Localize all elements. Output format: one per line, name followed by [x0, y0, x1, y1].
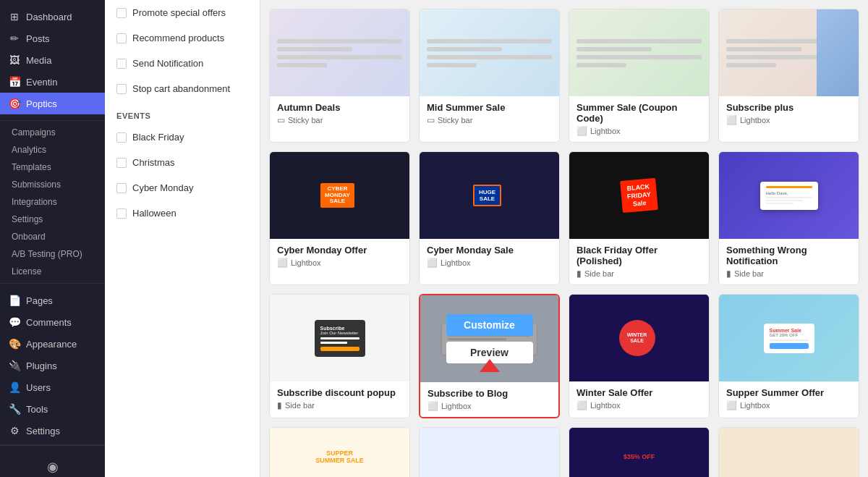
sidebar-icon: ▮ [576, 269, 582, 279]
sidebar-sub-campaigns[interactable]: Campaigns [0, 124, 105, 141]
collapse-menu-button[interactable]: ◉ Collapse menu [0, 452, 105, 477]
sidebar-item-dashboard[interactable]: ⊞ Dashboard [0, 6, 105, 28]
left-panel-label-christmas: Christmas [132, 157, 175, 168]
card-type-supper-summer: ⬜ Lightbox [726, 400, 851, 410]
card-thumb-row4-4 [719, 428, 859, 477]
checkbox-cart[interactable] [116, 84, 127, 94]
sidebar-item-posts[interactable]: ✏ Posts [0, 28, 105, 49]
sticky-bar-icon2: ▭ [427, 115, 435, 125]
card-type-winter-sale: ⬜ Lightbox [576, 400, 702, 410]
checkbox-recommend[interactable] [116, 33, 127, 43]
lightbox-icon6: ⬜ [576, 400, 587, 410]
sidebar-sub-analytics[interactable]: Analytics [0, 141, 105, 159]
sidebar-sub-settings[interactable]: Settings [0, 211, 105, 228]
template-card-winter-sale[interactable]: WINTER SALE Winter Sale Offer ⬜ Lightbox [569, 294, 710, 418]
eventin-icon: 📅 [9, 76, 20, 88]
sidebar-sub-submissions[interactable]: Submissions [0, 176, 105, 193]
plugins-icon: 🔌 [9, 360, 20, 371]
card-type-midsummer: ▭ Sticky bar [427, 115, 552, 125]
card-type-cyber-offer: ⬜ Lightbox [277, 258, 402, 268]
checkbox-christmas[interactable] [116, 158, 127, 168]
template-card-blackfriday[interactable]: BLACKFRIDAYSale Black Friday Offer (Poli… [569, 151, 710, 285]
template-card-row4-2[interactable] [419, 427, 560, 477]
sidebar-icon3: ▮ [277, 400, 282, 410]
card-thumb-row4-3: $35% OFF [569, 428, 709, 477]
card-thumb-summer-coupon [569, 9, 709, 96]
sidebar-label-plugins: Plugins [26, 360, 57, 371]
sidebar-bottom: ◉ Collapse menu [0, 445, 105, 477]
card-type-label-blackfriday: Side bar [584, 269, 614, 278]
poptics-icon: 🎯 [9, 98, 20, 109]
left-panel-label-blackfriday: Black Friday [132, 132, 184, 143]
sidebar-label-dashboard: Dashboard [26, 12, 72, 22]
card-thumb-supper-summer: Summer Sale GET 20% OFF [719, 295, 859, 381]
left-panel-item-blackfriday[interactable]: Black Friday [105, 124, 260, 150]
sidebar-label-settings: Settings [26, 426, 60, 436]
sidebar-item-plugins[interactable]: 🔌 Plugins [0, 355, 105, 376]
customize-button[interactable]: Customize [446, 314, 533, 336]
card-info-something-wrong: Something Wrong Notification ▮ Side bar [719, 239, 859, 284]
left-panel-item-recommend[interactable]: Recommend products [105, 25, 260, 51]
card-thumb-row4-1: SUPPERSUMMER SALE [270, 428, 409, 477]
checkbox-blackfriday[interactable] [116, 132, 127, 143]
sidebar-item-tools[interactable]: 🔧 Tools [0, 398, 105, 420]
template-card-something-wrong[interactable]: Hello Dave, Something Wrong Notification… [718, 151, 859, 285]
card-type-summer-coupon: ⬜ Lightbox [576, 126, 702, 136]
sidebar-top: ⊞ Dashboard ✏ Posts 🖼 Media 📅 Eventin 🎯 … [0, 0, 105, 121]
sd-popup: Subscribe Join Our Newsletter [315, 320, 365, 357]
card-type-label-supper-summer: Lightbox [740, 401, 770, 410]
template-card-row4-3[interactable]: $35% OFF [569, 427, 710, 477]
cyber-badge-1: CYBERMONDAYSALE [320, 183, 354, 208]
sidebar-item-media[interactable]: 🖼 Media [0, 49, 105, 71]
template-card-subscribe-discount[interactable]: Subscribe Join Our Newsletter Subscribe … [269, 294, 410, 418]
template-card-supper-summer[interactable]: Summer Sale GET 20% OFF Supper Summer Of… [718, 294, 859, 418]
sidebar-sub-templates[interactable]: Templates [0, 159, 105, 176]
template-card-subscribe-plus[interactable]: Subscribe plus ⬜ Lightbox [718, 9, 859, 143]
template-card-subscribe-blog[interactable]: Customize Preview Subscribe to Blog ⬜ Li… [419, 294, 560, 418]
sidebar-item-users[interactable]: 👤 Users [0, 376, 105, 398]
sidebar-label-tools: Tools [26, 404, 48, 415]
checkbox-cybermonday[interactable] [116, 183, 127, 193]
sidebar-sub-integrations[interactable]: Integrations [0, 193, 105, 211]
template-card-cyber-offer[interactable]: CYBERMONDAYSALE Cyber Monday Offer ⬜ Lig [269, 151, 410, 285]
template-card-summer-coupon[interactable]: Summer Sale (Coupon Code) ⬜ Lightbox [569, 9, 710, 143]
sidebar-sub-license[interactable]: License [0, 263, 105, 280]
left-panel-item-cart[interactable]: Stop cart abandonment [105, 76, 260, 101]
checkbox-notification[interactable] [116, 59, 127, 69]
sidebar-item-comments[interactable]: 💬 Comments [0, 311, 105, 333]
sticky-bar-icon: ▭ [277, 115, 285, 125]
sidebar-item-eventin[interactable]: 📅 Eventin [0, 71, 105, 93]
checkbox-promote[interactable] [116, 8, 127, 18]
card-thumb-autumn [270, 9, 409, 96]
left-panel-label-recommend: Recommend products [132, 33, 224, 43]
template-card-midsummer[interactable]: Mid Summer Sale ▭ Sticky bar [419, 9, 560, 143]
left-panel-item-christmas[interactable]: Christmas [105, 150, 260, 175]
card-info-subscribe-blog: Subscribe to Blog ⬜ Lightbox [420, 382, 558, 417]
collapse-icon: ◉ [47, 459, 59, 475]
sidebar-item-pages[interactable]: 📄 Pages [0, 290, 105, 311]
checkbox-halloween[interactable] [116, 208, 127, 219]
main-content: Promote special offers Recommend product… [105, 0, 868, 477]
sidebar-label-pages: Pages [26, 295, 53, 306]
card-type-subscribe-plus: ⬜ Lightbox [726, 115, 851, 125]
left-panel-item-promote[interactable]: Promote special offers [105, 0, 260, 25]
card-type-subscribe-blog: ⬜ Lightbox [427, 401, 551, 411]
left-panel-item-halloween[interactable]: Halloween [105, 200, 260, 226]
sidebar-item-appearance[interactable]: 🎨 Appearance [0, 333, 105, 355]
left-panel-label-cybermonday: Cyber Monday [132, 182, 194, 193]
card-type-blackfriday: ▮ Side bar [576, 269, 702, 279]
sidebar-item-poptics[interactable]: 🎯 Poptics [0, 93, 105, 114]
sidebar-item-settings[interactable]: ⚙ Settings [0, 420, 105, 442]
left-panel-item-cybermonday[interactable]: Cyber Monday [105, 175, 260, 200]
template-card-autumn-deals[interactable]: Autumn Deals ▭ Sticky bar [269, 9, 410, 143]
tools-icon: 🔧 [9, 403, 20, 415]
sidebar-sub-abtesting[interactable]: A/B Testing (PRO) [0, 245, 105, 263]
template-card-cyber-sale[interactable]: HUGESALE Cyber Monday Sale ⬜ Lightbox [419, 151, 560, 285]
card-thumb-something-wrong: Hello Dave, [719, 152, 859, 239]
card-type-autumn: ▭ Sticky bar [277, 115, 402, 125]
template-card-row4-4[interactable] [718, 427, 859, 477]
sidebar-sub-onboard[interactable]: Onboard [0, 228, 105, 245]
left-panel-item-notification[interactable]: Send Notification [105, 51, 260, 76]
supper-popup: Summer Sale GET 20% OFF [764, 324, 814, 353]
template-card-row4-1[interactable]: SUPPERSUMMER SALE [269, 427, 410, 477]
